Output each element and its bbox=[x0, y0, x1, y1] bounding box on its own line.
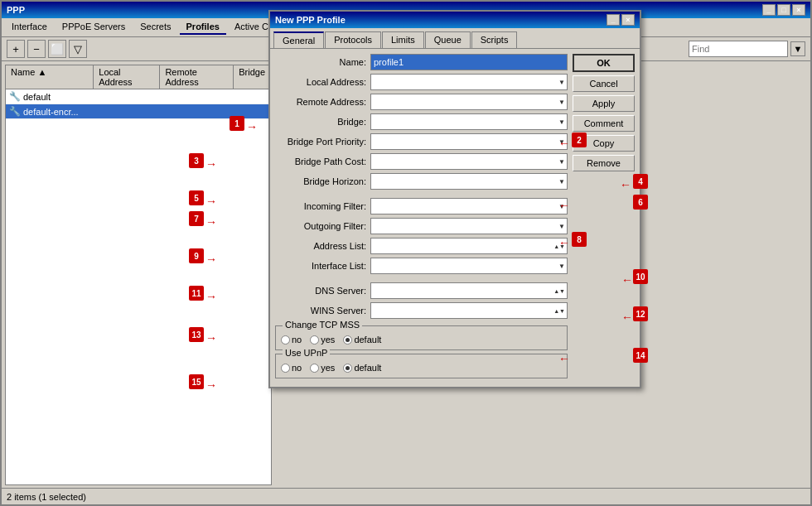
bridge-horizon-row: Bridge Horizon: bbox=[275, 173, 568, 190]
upnp-default[interactable]: default bbox=[343, 363, 381, 373]
arrow-13: → bbox=[205, 331, 217, 345]
bridge-port-priority-select[interactable] bbox=[370, 133, 568, 150]
menu-interface[interactable]: Interface bbox=[5, 20, 54, 35]
bridge-select[interactable] bbox=[370, 113, 568, 130]
title-bar-buttons: _ □ × bbox=[762, 4, 805, 16]
arrow-1: → bbox=[246, 120, 258, 133]
col-header-local[interactable]: Local Address bbox=[94, 65, 160, 89]
outgoing-filter-select[interactable] bbox=[370, 218, 568, 234]
tcp-mss-default-radio[interactable] bbox=[343, 335, 352, 345]
row-icon: 🔧 bbox=[9, 106, 21, 117]
dialog-buttons: OK Cancel Apply Comment Copy Remove bbox=[573, 54, 635, 382]
tcp-mss-no-label: no bbox=[292, 335, 302, 345]
window-title: PPP bbox=[7, 5, 25, 15]
list-item[interactable]: 🔧 default bbox=[6, 89, 271, 104]
upnp-default-label: default bbox=[354, 363, 381, 373]
arrow-14: ← bbox=[558, 352, 570, 365]
badge-2: 2 bbox=[572, 133, 587, 147]
badge-13: 13 bbox=[189, 327, 204, 342]
dns-server-row: DNS Server: bbox=[275, 282, 568, 299]
tab-scripts[interactable]: Scripts bbox=[471, 31, 518, 48]
upnp-no[interactable]: no bbox=[281, 363, 302, 373]
name-row: Name: bbox=[275, 54, 568, 70]
remote-address-select[interactable] bbox=[370, 94, 568, 110]
ok-button[interactable]: OK bbox=[573, 54, 635, 72]
status-text: 2 items (1 selected) bbox=[7, 492, 86, 502]
interface-list-row: Interface List: bbox=[275, 258, 568, 274]
col-header-bridge[interactable]: Bridge bbox=[234, 65, 271, 89]
cancel-button[interactable]: Cancel bbox=[573, 75, 635, 92]
dialog-minimize-button[interactable]: _ bbox=[607, 14, 620, 26]
bridge-path-cost-label: Bridge Path Cost: bbox=[275, 157, 370, 166]
find-input[interactable] bbox=[689, 41, 788, 57]
copy-button[interactable]: ⬜ bbox=[48, 40, 66, 58]
badge-7: 7 bbox=[189, 211, 204, 226]
arrow-4: ← bbox=[620, 178, 631, 191]
upnp-radio-group: no yes default bbox=[281, 363, 562, 373]
tcp-mss-no-radio[interactable] bbox=[281, 335, 290, 345]
filter-button[interactable]: ▽ bbox=[69, 40, 87, 58]
list-header: Name ▲ Local Address Remote Address Brid… bbox=[6, 65, 271, 89]
remove-button[interactable]: − bbox=[27, 40, 46, 58]
tcp-mss-yes-radio[interactable] bbox=[310, 335, 319, 345]
arrow-15: → bbox=[205, 378, 217, 392]
use-upnp-label: Use UPnP bbox=[283, 348, 330, 358]
row-icon: 🔧 bbox=[9, 91, 21, 102]
upnp-default-radio[interactable] bbox=[343, 364, 352, 373]
dns-server-select[interactable] bbox=[370, 282, 568, 299]
tab-queue[interactable]: Queue bbox=[425, 31, 471, 48]
menu-secrets[interactable]: Secrets bbox=[133, 20, 177, 35]
badge-11: 11 bbox=[189, 286, 204, 301]
tcp-mss-radio-group: no yes default bbox=[281, 335, 562, 345]
arrow-11: → bbox=[205, 290, 217, 303]
add-button[interactable]: + bbox=[7, 40, 25, 58]
local-address-row: Local Address: bbox=[275, 74, 568, 90]
tcp-mss-no[interactable]: no bbox=[281, 335, 302, 345]
incoming-filter-label: Incoming Filter: bbox=[275, 201, 370, 211]
menu-profiles[interactable]: Profiles bbox=[180, 20, 226, 35]
apply-button[interactable]: Apply bbox=[573, 95, 635, 112]
upnp-no-radio[interactable] bbox=[281, 364, 290, 373]
tab-limits[interactable]: Limits bbox=[382, 31, 424, 48]
arrow-5: → bbox=[205, 195, 217, 208]
tcp-mss-yes[interactable]: yes bbox=[310, 335, 335, 345]
change-tcp-mss-group: Change TCP MSS no yes defa bbox=[275, 325, 568, 350]
find-dropdown[interactable]: ▼ bbox=[790, 41, 805, 56]
name-input[interactable] bbox=[370, 54, 568, 70]
upnp-yes[interactable]: yes bbox=[310, 363, 335, 373]
tab-protocols[interactable]: Protocols bbox=[325, 31, 381, 48]
remove-button[interactable]: Remove bbox=[573, 155, 635, 171]
address-list-select[interactable] bbox=[370, 238, 568, 254]
bridge-path-cost-select[interactable] bbox=[370, 153, 568, 170]
arrow-6: ← bbox=[558, 199, 570, 212]
row-name: default-encr... bbox=[23, 107, 110, 117]
menu-pppoe-servers[interactable]: PPPoE Servers bbox=[56, 20, 132, 35]
close-button[interactable]: × bbox=[792, 4, 805, 16]
col-header-name[interactable]: Name ▲ bbox=[6, 65, 94, 89]
tab-general[interactable]: General bbox=[273, 31, 324, 48]
upnp-yes-radio[interactable] bbox=[310, 364, 319, 373]
dialog-close-button[interactable]: × bbox=[621, 14, 635, 26]
badge-14: 14 bbox=[633, 348, 648, 363]
incoming-filter-select[interactable] bbox=[370, 198, 568, 214]
local-address-select[interactable] bbox=[370, 74, 568, 90]
dialog-title-buttons: _ × bbox=[607, 14, 635, 26]
dialog-title-bar: New PPP Profile _ × bbox=[270, 12, 640, 28]
tcp-mss-default-label: default bbox=[354, 335, 381, 345]
maximize-button[interactable]: □ bbox=[777, 4, 790, 16]
interface-list-select[interactable] bbox=[370, 258, 568, 274]
bridge-horizon-select[interactable] bbox=[370, 173, 568, 190]
arrow-7: → bbox=[205, 215, 217, 229]
tcp-mss-default[interactable]: default bbox=[343, 335, 381, 345]
outgoing-filter-label: Outgoing Filter: bbox=[275, 221, 370, 231]
comment-button[interactable]: Comment bbox=[573, 115, 635, 132]
upnp-yes-label: yes bbox=[321, 363, 335, 373]
remote-address-label: Remote Address: bbox=[275, 97, 370, 107]
badge-15: 15 bbox=[189, 374, 204, 389]
minimize-button[interactable]: _ bbox=[762, 4, 776, 16]
col-header-remote[interactable]: Remote Address bbox=[160, 65, 234, 89]
wins-server-select[interactable] bbox=[370, 302, 568, 319]
upnp-no-label: no bbox=[292, 363, 302, 373]
dialog: New PPP Profile _ × General Protocols Li… bbox=[268, 10, 641, 388]
bridge-label: Bridge: bbox=[275, 117, 370, 127]
